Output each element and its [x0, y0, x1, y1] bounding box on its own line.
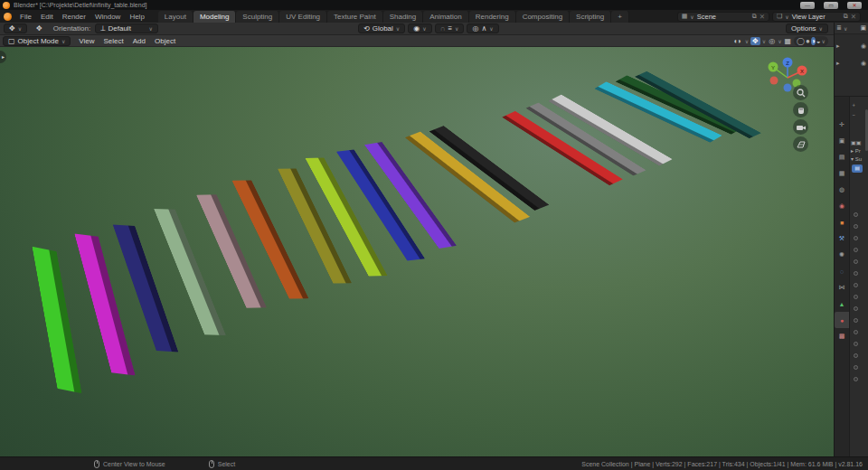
- unlink-scene-icon[interactable]: ✕: [760, 13, 765, 21]
- properties-tab-tool[interactable]: ✛: [835, 117, 849, 133]
- gizmo-minus-x-axis[interactable]: [770, 77, 778, 85]
- zoom-button[interactable]: [793, 85, 808, 100]
- close-button[interactable]: ✕: [847, 2, 862, 9]
- properties-tab-view-layer[interactable]: ▦: [835, 165, 849, 182]
- animate-dot[interactable]: [854, 330, 858, 334]
- pan-button[interactable]: [793, 102, 808, 118]
- animate-dot[interactable]: [854, 224, 858, 229]
- menu-window[interactable]: Window: [90, 12, 125, 22]
- animate-dot[interactable]: [854, 248, 858, 252]
- workspace-tab-sculpting[interactable]: Sculpting: [236, 11, 279, 23]
- outliner-collection-row-1[interactable]: ▸◉: [835, 41, 868, 52]
- filter-icon[interactable]: ▣: [860, 24, 866, 32]
- new-scene-icon[interactable]: ⧉: [752, 13, 757, 20]
- xray-toggle[interactable]: ▦: [784, 37, 793, 45]
- rendered-shading-icon[interactable]: ◒: [816, 37, 821, 45]
- snap-toggle[interactable]: ∩ ≡ ∨: [435, 24, 465, 33]
- maximize-button[interactable]: ▭: [824, 2, 838, 9]
- solid-shading-icon[interactable]: ●: [806, 37, 810, 45]
- animate-dot[interactable]: [854, 306, 858, 311]
- workspace-tab-layout[interactable]: Layout: [158, 11, 193, 23]
- animate-dot[interactable]: [854, 353, 858, 358]
- viewport-menu-add[interactable]: Add: [128, 36, 150, 46]
- gizmo-minus-z-axis[interactable]: [784, 84, 792, 92]
- expand-arrow-icon[interactable]: ▸: [836, 42, 840, 50]
- outliner-collection-row-2[interactable]: ▸◉: [835, 58, 868, 69]
- animate-dot[interactable]: [854, 212, 858, 217]
- properties-tab-constraints[interactable]: ⋈: [835, 279, 849, 296]
- menu-render[interactable]: Render: [58, 12, 90, 22]
- orientation-dropdown[interactable]: ⟂ Default ∨: [95, 24, 158, 33]
- object-visibility-icon[interactable]: ◖◗: [732, 37, 743, 45]
- proportional-editing-toggle[interactable]: ◎ ∧ ∨: [467, 24, 498, 33]
- workspace-tab-scripting[interactable]: Scripting: [570, 11, 611, 23]
- animate-dot[interactable]: [854, 271, 858, 276]
- properties-tab-physics[interactable]: ◌: [835, 263, 849, 279]
- viewport-menu-select[interactable]: Select: [99, 36, 128, 46]
- animate-dot[interactable]: [854, 365, 858, 370]
- animate-dot[interactable]: [854, 283, 858, 287]
- wireframe-shading-icon[interactable]: ◯: [797, 37, 805, 45]
- animate-dot[interactable]: [854, 295, 858, 299]
- 3d-viewport[interactable]: ▸ Z Y X: [0, 47, 834, 456]
- visibility-eye-icon[interactable]: ◉: [861, 60, 866, 67]
- workspace-tab-compositing[interactable]: Compositing: [516, 11, 570, 23]
- panel-surface[interactable]: ▾ Su: [850, 155, 868, 163]
- properties-tab-material[interactable]: ●: [835, 312, 849, 328]
- workspace-tab-texture-paint[interactable]: Texture Paint: [327, 11, 383, 23]
- expand-arrow-icon[interactable]: ▸: [836, 60, 840, 67]
- scene-name: Scene: [697, 13, 750, 21]
- editor-type-icon[interactable]: ≣: [836, 24, 842, 32]
- properties-tab-modifiers[interactable]: ⚒: [835, 230, 849, 247]
- add-workspace-button[interactable]: +: [611, 11, 629, 23]
- properties-tab-render[interactable]: ▣: [835, 133, 849, 149]
- workspace-tab-shading[interactable]: Shading: [383, 11, 423, 23]
- properties-tab-scene[interactable]: ◍: [835, 182, 849, 198]
- chevron-down-icon: ∨: [61, 38, 65, 44]
- options-dropdown[interactable]: Options ∨: [786, 24, 828, 33]
- bar-bright-green[interactable]: [32, 242, 81, 397]
- viewport-menu-view[interactable]: View: [74, 36, 99, 46]
- show-overlays-toggle[interactable]: ◎: [768, 37, 776, 45]
- workspace-tab-modeling[interactable]: Modeling: [193, 11, 236, 23]
- camera-view-button[interactable]: [793, 119, 808, 135]
- transform-orientation-value: Global: [373, 24, 393, 33]
- new-view-layer-icon[interactable]: ⧉: [844, 13, 848, 20]
- scene-selector[interactable]: ▦ ∨ Scene ⧉ ✕: [677, 12, 769, 22]
- properties-tab-particles[interactable]: ✺: [835, 247, 849, 263]
- properties-tab-world[interactable]: ◉: [835, 198, 849, 214]
- toolbar-expand-arrow[interactable]: ▸: [0, 51, 6, 63]
- animate-dot[interactable]: [854, 236, 858, 240]
- chevron-down-icon: ∨: [819, 25, 823, 32]
- use-nodes-button[interactable]: ▤: [852, 164, 863, 173]
- perspective-toggle-button[interactable]: [793, 136, 808, 152]
- properties-tab-output[interactable]: ▤: [835, 149, 849, 165]
- animate-dot[interactable]: [854, 377, 858, 381]
- blender-menu-icon[interactable]: [4, 13, 12, 21]
- menu-help[interactable]: Help: [125, 12, 148, 22]
- transform-gizmo-icon[interactable]: ✥: [36, 24, 42, 33]
- mode-dropdown[interactable]: ▢ Object Mode ∨: [3, 36, 71, 46]
- active-tool-dropdown[interactable]: ✥ ∨: [4, 24, 27, 33]
- remove-view-layer-icon[interactable]: ✕: [851, 13, 856, 21]
- workspace-tab-rendering[interactable]: Rendering: [469, 11, 516, 23]
- properties-tab-object-data[interactable]: ▲: [835, 296, 849, 312]
- pivot-point-dropdown[interactable]: ◉ ∨: [408, 24, 431, 33]
- transform-orientation-dropdown[interactable]: ⟲ Global ∨: [358, 24, 405, 33]
- move-tool-icon: ✥: [9, 24, 15, 33]
- properties-tab-texture[interactable]: ▩: [835, 328, 849, 344]
- workspace-tab-animation[interactable]: Animation: [423, 11, 469, 23]
- material-preview-shading-icon[interactable]: ◑: [811, 37, 816, 45]
- show-gizmo-toggle[interactable]: ✥: [750, 37, 760, 45]
- animate-dot[interactable]: [854, 318, 858, 323]
- workspace-tab-uv-editing[interactable]: UV Editing: [279, 11, 327, 23]
- animate-dot[interactable]: [854, 342, 858, 346]
- menu-edit[interactable]: Edit: [36, 12, 58, 22]
- view-layer-selector[interactable]: ❏ ∨ View Layer ⧉ ✕: [772, 12, 861, 22]
- visibility-eye-icon[interactable]: ◉: [861, 42, 866, 50]
- menu-file[interactable]: File: [15, 12, 36, 22]
- minimize-button[interactable]: —: [800, 2, 815, 9]
- properties-tab-object[interactable]: ■: [835, 214, 849, 230]
- animate-dot[interactable]: [854, 259, 858, 264]
- viewport-menu-object[interactable]: Object: [150, 36, 180, 46]
